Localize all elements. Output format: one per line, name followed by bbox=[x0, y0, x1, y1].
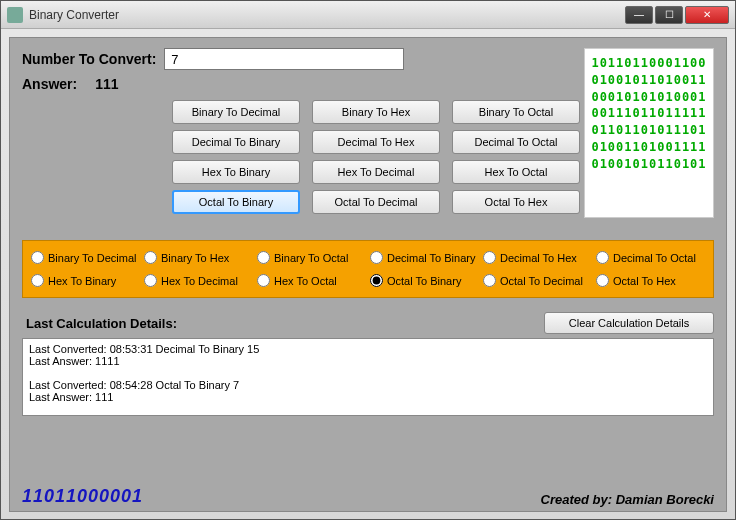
titlebar: Binary Converter — ☐ ✕ bbox=[1, 1, 735, 29]
convert-button-hex-to-octal[interactable]: Hex To Octal bbox=[452, 160, 580, 184]
radio-panel: Binary To DecimalBinary To HexBinary To … bbox=[22, 240, 714, 298]
convert-button-decimal-to-octal[interactable]: Decimal To Octal bbox=[452, 130, 580, 154]
radio-hex-to-binary[interactable]: Hex To Binary bbox=[31, 274, 140, 287]
input-label: Number To Convert: bbox=[22, 51, 156, 67]
radio-input[interactable] bbox=[483, 251, 496, 264]
details-label: Last Calculation Details: bbox=[22, 316, 544, 331]
app-window: Binary Converter — ☐ ✕ Number To Convert… bbox=[0, 0, 736, 520]
radio-row: Hex To BinaryHex To DecimalHex To OctalO… bbox=[31, 274, 705, 287]
radio-octal-to-hex[interactable]: Octal To Hex bbox=[596, 274, 705, 287]
radio-label: Binary To Octal bbox=[274, 252, 348, 264]
convert-button-octal-to-decimal[interactable]: Octal To Decimal bbox=[312, 190, 440, 214]
convert-button-octal-to-binary[interactable]: Octal To Binary bbox=[172, 190, 300, 214]
radio-decimal-to-octal[interactable]: Decimal To Octal bbox=[596, 251, 705, 264]
radio-label: Decimal To Binary bbox=[387, 252, 475, 264]
convert-button-binary-to-decimal[interactable]: Binary To Decimal bbox=[172, 100, 300, 124]
maximize-button[interactable]: ☐ bbox=[655, 6, 683, 24]
convert-button-hex-to-decimal[interactable]: Hex To Decimal bbox=[312, 160, 440, 184]
convert-button-hex-to-binary[interactable]: Hex To Binary bbox=[172, 160, 300, 184]
radio-label: Hex To Octal bbox=[274, 275, 337, 287]
footer: 11011000001 Created by: Damian Borecki bbox=[22, 486, 714, 507]
convert-button-decimal-to-binary[interactable]: Decimal To Binary bbox=[172, 130, 300, 154]
radio-label: Octal To Hex bbox=[613, 275, 676, 287]
radio-octal-to-binary[interactable]: Octal To Binary bbox=[370, 274, 479, 287]
radio-octal-to-decimal[interactable]: Octal To Decimal bbox=[483, 274, 592, 287]
radio-label: Octal To Binary bbox=[387, 275, 461, 287]
radio-label: Binary To Hex bbox=[161, 252, 229, 264]
close-button[interactable]: ✕ bbox=[685, 6, 729, 24]
content-area: Number To Convert: Answer: 111 Binary To… bbox=[9, 37, 727, 512]
minimize-button[interactable]: — bbox=[625, 6, 653, 24]
radio-row: Binary To DecimalBinary To HexBinary To … bbox=[31, 251, 705, 264]
radio-label: Decimal To Octal bbox=[613, 252, 696, 264]
conversion-button-grid: Binary To DecimalBinary To HexBinary To … bbox=[172, 100, 580, 214]
radio-input[interactable] bbox=[370, 274, 383, 287]
number-input[interactable] bbox=[164, 48, 404, 70]
window-controls: — ☐ ✕ bbox=[625, 6, 729, 24]
radio-input[interactable] bbox=[31, 251, 44, 264]
answer-label: Answer: bbox=[22, 76, 77, 92]
radio-hex-to-octal[interactable]: Hex To Octal bbox=[257, 274, 366, 287]
app-icon bbox=[7, 7, 23, 23]
convert-button-binary-to-octal[interactable]: Binary To Octal bbox=[452, 100, 580, 124]
radio-input[interactable] bbox=[370, 251, 383, 264]
radio-decimal-to-binary[interactable]: Decimal To Binary bbox=[370, 251, 479, 264]
radio-label: Decimal To Hex bbox=[500, 252, 577, 264]
radio-input[interactable] bbox=[257, 274, 270, 287]
radio-decimal-to-hex[interactable]: Decimal To Hex bbox=[483, 251, 592, 264]
answer-value: 111 bbox=[95, 76, 118, 92]
calculation-log[interactable]: Last Converted: 08:53:31 Decimal To Bina… bbox=[22, 338, 714, 416]
radio-input[interactable] bbox=[144, 251, 157, 264]
binary-decoration: 10110110001100 01001011010011 0001010101… bbox=[584, 48, 714, 218]
window-title: Binary Converter bbox=[29, 8, 625, 22]
convert-button-binary-to-hex[interactable]: Binary To Hex bbox=[312, 100, 440, 124]
radio-binary-to-decimal[interactable]: Binary To Decimal bbox=[31, 251, 140, 264]
radio-label: Hex To Binary bbox=[48, 275, 116, 287]
radio-label: Octal To Decimal bbox=[500, 275, 583, 287]
radio-input[interactable] bbox=[31, 274, 44, 287]
clear-details-button[interactable]: Clear Calculation Details bbox=[544, 312, 714, 334]
details-header: Last Calculation Details: Clear Calculat… bbox=[22, 312, 714, 334]
convert-button-decimal-to-hex[interactable]: Decimal To Hex bbox=[312, 130, 440, 154]
radio-input[interactable] bbox=[596, 251, 609, 264]
convert-button-octal-to-hex[interactable]: Octal To Hex bbox=[452, 190, 580, 214]
radio-binary-to-hex[interactable]: Binary To Hex bbox=[144, 251, 253, 264]
footer-credit: Created by: Damian Borecki bbox=[541, 492, 714, 507]
radio-label: Hex To Decimal bbox=[161, 275, 238, 287]
footer-binary: 11011000001 bbox=[22, 486, 143, 507]
radio-input[interactable] bbox=[257, 251, 270, 264]
radio-input[interactable] bbox=[483, 274, 496, 287]
radio-binary-to-octal[interactable]: Binary To Octal bbox=[257, 251, 366, 264]
radio-label: Binary To Decimal bbox=[48, 252, 136, 264]
radio-input[interactable] bbox=[596, 274, 609, 287]
radio-hex-to-decimal[interactable]: Hex To Decimal bbox=[144, 274, 253, 287]
radio-input[interactable] bbox=[144, 274, 157, 287]
